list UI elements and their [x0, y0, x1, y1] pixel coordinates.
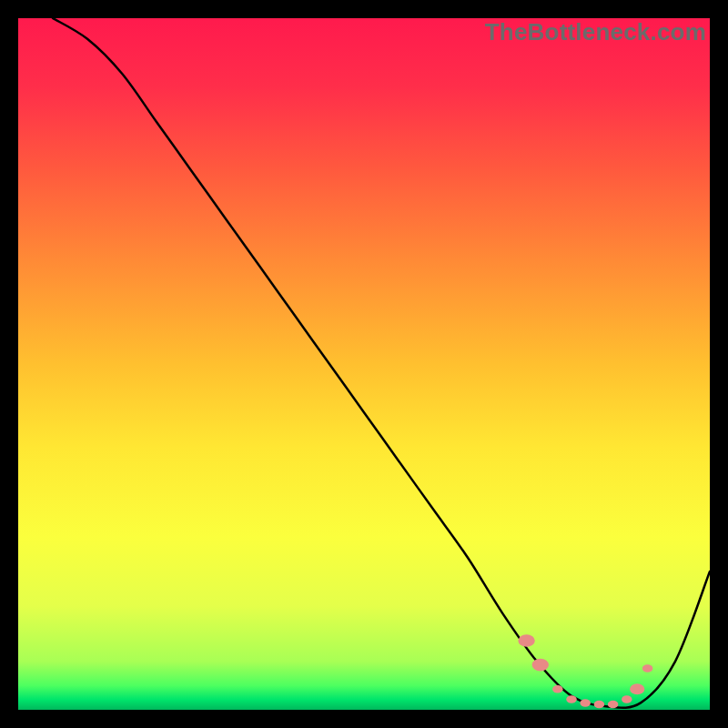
curve-marker: [642, 664, 653, 672]
watermark-label: TheBottleneck.com: [485, 18, 706, 46]
curve-marker: [518, 634, 534, 647]
chart-frame: TheBottleneck.com: [18, 18, 710, 710]
curve-marker: [622, 695, 632, 703]
bottleneck-chart: [18, 18, 710, 710]
curve-marker: [594, 701, 605, 709]
curve-marker: [566, 695, 577, 703]
curve-marker: [608, 701, 619, 709]
curve-marker: [532, 659, 549, 672]
curve-marker: [552, 685, 563, 693]
curve-marker: [630, 683, 644, 694]
curve-marker: [580, 699, 591, 707]
gradient-background: [18, 18, 710, 710]
